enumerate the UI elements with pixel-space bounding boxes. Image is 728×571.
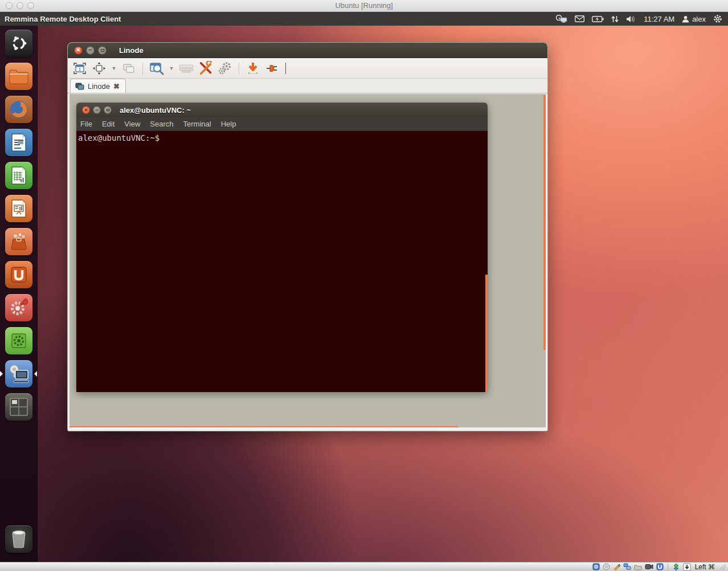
mouse-integration-icon[interactable] bbox=[672, 563, 680, 571]
menu-help[interactable]: Help bbox=[221, 120, 236, 128]
remote-desktop-indicator-icon[interactable] bbox=[556, 15, 567, 23]
terminal-minimize-button[interactable]: − bbox=[93, 106, 101, 114]
connection-tab-linode[interactable]: Linode ✖ bbox=[70, 79, 126, 93]
remmina-titlebar[interactable]: ✕ − Linode bbox=[68, 43, 547, 58]
disconnect-button[interactable] bbox=[265, 61, 280, 76]
toolbar-separator bbox=[142, 62, 143, 75]
terminal-border-artifact bbox=[485, 275, 488, 392]
minimize-session-button[interactable] bbox=[246, 61, 260, 76]
host-window-title: Ubuntu [Running] bbox=[0, 0, 728, 11]
toolbar-caret-line bbox=[285, 63, 286, 74]
connection-tab-close-button[interactable]: ✖ bbox=[113, 82, 120, 91]
session-gear-icon[interactable] bbox=[713, 14, 722, 23]
terminal-titlebar[interactable]: × − alex@ubuntuVNC: ~ bbox=[76, 103, 488, 117]
trash-icon bbox=[10, 529, 27, 549]
terminal-close-button[interactable]: × bbox=[82, 106, 90, 114]
update-manager-icon bbox=[9, 331, 28, 350]
screenshot-icon bbox=[149, 62, 164, 75]
workspace-switcher-icon bbox=[9, 397, 29, 417]
preferences-button[interactable] bbox=[218, 61, 232, 76]
preferences-gears-icon bbox=[218, 61, 232, 76]
tablet-pen-icon[interactable] bbox=[613, 563, 620, 570]
resize-grip[interactable] bbox=[720, 564, 726, 570]
shared-folders-icon[interactable] bbox=[634, 564, 642, 570]
remmina-running-indicator bbox=[0, 371, 3, 377]
remmina-maximize-button[interactable] bbox=[98, 46, 107, 55]
menu-edit[interactable]: Edit bbox=[102, 120, 114, 128]
terminal-maximize-button[interactable] bbox=[104, 106, 112, 114]
vnc-viewport[interactable]: × − alex@ubuntuVNC: ~ File Edit View Sea… bbox=[69, 94, 546, 427]
remmina-close-button[interactable]: ✕ bbox=[74, 46, 83, 55]
terminal-content[interactable]: alex@ubuntuVNC:~$ bbox=[76, 131, 488, 392]
volume-indicator-icon[interactable] bbox=[626, 15, 636, 23]
ubuntu-one-icon bbox=[9, 265, 28, 284]
terminal-menubar: File Edit View Search Terminal Help bbox=[76, 117, 488, 131]
launcher-item-remmina[interactable] bbox=[5, 360, 32, 388]
firefox-icon bbox=[8, 99, 30, 120]
scale-options-dropdown[interactable]: ▼ bbox=[111, 66, 117, 71]
network-sync-indicator-icon[interactable] bbox=[611, 15, 619, 23]
remmina-icon bbox=[8, 364, 30, 384]
system-settings-icon bbox=[9, 297, 29, 318]
vbox-status-bar: Left ⌘ bbox=[0, 562, 728, 571]
clock-indicator[interactable]: 11:27 AM bbox=[644, 15, 674, 23]
usb-devices-icon[interactable] bbox=[656, 563, 664, 570]
host-window-titlebar[interactable]: Ubuntu [Running] bbox=[0, 0, 728, 12]
launcher-item-home-folder[interactable] bbox=[5, 63, 32, 90]
host-key-label: Left ⌘ bbox=[695, 563, 715, 571]
battery-indicator-icon[interactable] bbox=[592, 16, 604, 22]
launcher-item-dash-home[interactable] bbox=[5, 30, 32, 57]
launcher-item-workspace-switcher[interactable] bbox=[5, 393, 32, 421]
scaled-mode-icon bbox=[92, 62, 106, 75]
libreoffice-impress-icon bbox=[10, 199, 27, 218]
launcher-item-firefox[interactable] bbox=[5, 96, 32, 123]
virtualbox-vm-screen: Ubuntu [Running] Remmina Remote Desktop … bbox=[0, 0, 728, 571]
viewport-bottom-artifact bbox=[69, 426, 458, 427]
screenshot-button[interactable] bbox=[149, 61, 164, 76]
optical-drives-icon[interactable] bbox=[603, 563, 610, 570]
minimize-arrow-icon bbox=[246, 62, 260, 75]
tools-button[interactable] bbox=[198, 61, 213, 76]
libreoffice-writer-icon bbox=[10, 133, 27, 152]
launcher-item-libreoffice-calc[interactable] bbox=[5, 162, 32, 189]
scaled-mode-button[interactable] bbox=[92, 61, 107, 76]
remmina-toolbar: 1 ▼ bbox=[68, 58, 547, 79]
user-name: alex bbox=[692, 15, 706, 23]
launcher-item-ubuntu-software-center[interactable] bbox=[5, 228, 32, 255]
hard-disks-icon[interactable] bbox=[592, 563, 600, 570]
remmina-window: ✕ − Linode 1 bbox=[67, 42, 548, 431]
screenshot-options-dropdown[interactable]: ▼ bbox=[169, 66, 174, 71]
user-indicator[interactable]: alex bbox=[682, 15, 706, 23]
remmina-minimize-button[interactable]: − bbox=[86, 46, 95, 55]
connection-tab-icon bbox=[75, 83, 84, 90]
launcher-item-system-settings[interactable] bbox=[5, 294, 32, 321]
grab-keyboard-button[interactable] bbox=[179, 61, 194, 76]
mail-indicator-icon[interactable] bbox=[575, 15, 584, 22]
libreoffice-calc-icon bbox=[10, 166, 27, 185]
panel-app-title[interactable]: Remmina Remote Desktop Client bbox=[5, 15, 121, 23]
switch-page-button[interactable] bbox=[121, 61, 136, 76]
disconnect-plug-icon bbox=[265, 62, 280, 75]
connection-tab-label: Linode bbox=[88, 82, 110, 91]
menu-search[interactable]: Search bbox=[150, 120, 173, 128]
keyboard-capture-icon[interactable] bbox=[683, 563, 691, 571]
fullscreen-button[interactable]: 1 bbox=[72, 61, 87, 76]
launcher-item-trash[interactable] bbox=[5, 525, 32, 553]
remmina-window-title: Linode bbox=[119, 46, 144, 55]
video-capture-icon[interactable] bbox=[645, 564, 653, 570]
viewport-right-artifact bbox=[543, 95, 546, 350]
grab-keyboard-icon bbox=[179, 63, 194, 74]
launcher-item-update-manager[interactable] bbox=[5, 327, 32, 354]
menu-view[interactable]: View bbox=[124, 120, 140, 128]
dash-home-icon bbox=[9, 34, 28, 53]
menu-terminal[interactable]: Terminal bbox=[183, 120, 211, 128]
menu-file[interactable]: File bbox=[80, 120, 92, 128]
statusbar-separator bbox=[668, 564, 668, 570]
network-adapters-icon[interactable] bbox=[623, 563, 631, 570]
launcher-item-libreoffice-impress[interactable] bbox=[5, 195, 32, 222]
launcher-item-libreoffice-writer[interactable] bbox=[5, 129, 32, 156]
launcher-item-ubuntu-one[interactable] bbox=[5, 261, 32, 288]
remote-terminal-window[interactable]: × − alex@ubuntuVNC: ~ File Edit View Sea… bbox=[76, 103, 488, 392]
maximize-glyph bbox=[107, 109, 109, 111]
home-folder-icon bbox=[9, 68, 29, 85]
